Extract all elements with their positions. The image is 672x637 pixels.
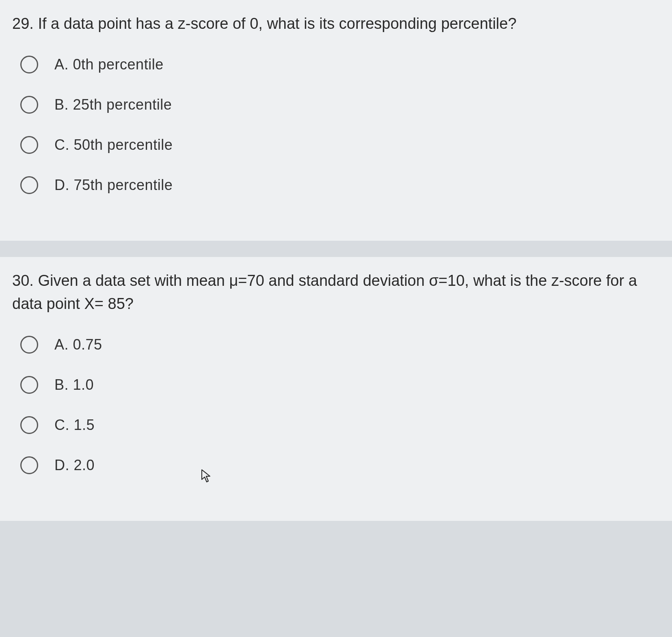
option-b[interactable]: B. 1.0 (12, 376, 660, 394)
option-a[interactable]: A. 0.75 (12, 336, 660, 354)
radio-icon[interactable] (20, 56, 38, 73)
radio-icon[interactable] (20, 376, 38, 394)
option-c[interactable]: C. 1.5 (12, 416, 660, 434)
radio-icon[interactable] (20, 96, 38, 114)
option-label: B. 25th percentile (54, 96, 172, 113)
option-d[interactable]: D. 2.0 (12, 456, 660, 474)
question-card-29: 29. If a data point has a z-score of 0, … (0, 0, 672, 241)
option-label: A. 0th percentile (54, 56, 164, 73)
radio-icon[interactable] (20, 336, 38, 354)
radio-icon[interactable] (20, 416, 38, 434)
option-label: D. 2.0 (54, 457, 95, 474)
question-number: 30. (12, 272, 34, 289)
radio-icon[interactable] (20, 176, 38, 194)
option-c[interactable]: C. 50th percentile (12, 136, 660, 154)
question-body: Given a data set with mean μ=70 and stan… (12, 272, 637, 312)
question-number: 29. (12, 15, 34, 32)
radio-icon[interactable] (20, 456, 38, 474)
option-label: A. 0.75 (54, 336, 102, 353)
option-b[interactable]: B. 25th percentile (12, 96, 660, 114)
question-text: 29. If a data point has a z-score of 0, … (12, 12, 660, 35)
option-label: C. 1.5 (54, 417, 95, 434)
option-label: B. 1.0 (54, 376, 94, 393)
question-text: 30. Given a data set with mean μ=70 and … (12, 269, 660, 315)
question-body: If a data point has a z-score of 0, what… (38, 15, 516, 32)
question-card-30: 30. Given a data set with mean μ=70 and … (0, 257, 672, 521)
option-a[interactable]: A. 0th percentile (12, 56, 660, 73)
option-label: C. 50th percentile (54, 136, 173, 153)
radio-icon[interactable] (20, 136, 38, 154)
option-d[interactable]: D. 75th percentile (12, 176, 660, 194)
option-label: D. 75th percentile (54, 177, 173, 194)
